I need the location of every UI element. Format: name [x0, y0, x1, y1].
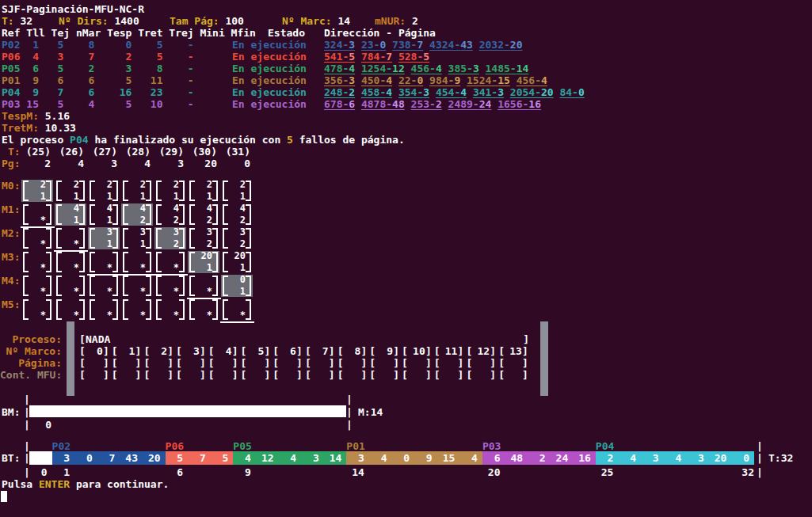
frame-counter: 1 — [107, 191, 112, 202]
address-page-ref: 341-3 — [473, 86, 504, 98]
mfu-cell-value: 13 — [509, 345, 522, 357]
address-page-number: 16 — [528, 98, 541, 110]
table-headers: Ref Tll Tej nMar Tesp Tret Trej Mini Mfi… — [2, 27, 256, 39]
bracket: [ — [305, 369, 311, 381]
address-value: 324- — [324, 39, 349, 51]
bracket: ] — [329, 357, 335, 369]
frame-counter: * — [173, 262, 179, 273]
bt-unit — [29, 451, 52, 465]
bracket: ] — [425, 357, 432, 369]
bracket: [ — [208, 357, 215, 369]
bracket: [ — [273, 369, 279, 381]
mfu-cell-value: 1 — [129, 345, 135, 357]
process-address-list: 541-5 784-7 528-5 — [324, 51, 429, 63]
bt-unit: 9 — [414, 451, 437, 465]
trace-time-cell: (25) — [21, 146, 55, 158]
bracket: [ — [369, 345, 376, 357]
address-value: 450- — [361, 74, 386, 86]
frame-cell: 41 — [55, 203, 86, 226]
bm-pipe: | — [346, 393, 353, 405]
bt-tick: 14 — [346, 466, 369, 478]
address-page-number: 0 — [578, 86, 585, 98]
address-value: 1485- — [486, 63, 517, 74]
address-page-number: 0 — [379, 39, 386, 51]
bt-segment-label: P05 — [233, 440, 251, 452]
frame-row: 21212121212121 — [21, 180, 254, 202]
bt-pipe: | — [757, 452, 763, 464]
bt-unit: 0 — [731, 451, 754, 465]
frame-counter: 1 — [74, 191, 79, 202]
frame-counter: 2 — [173, 215, 179, 226]
bracket: [ — [273, 357, 279, 369]
process-address-list: 248-2 458-4 354-3 454-4 341-3 2054-20 84… — [324, 86, 585, 98]
frame-cell: 42 — [121, 203, 153, 226]
bracket: [ — [143, 345, 150, 357]
mfu-proceso-value: NADA — [86, 333, 110, 345]
bt-unit: 2 — [596, 451, 619, 465]
bracket: ] — [425, 369, 432, 381]
address-page-number: 7 — [417, 39, 423, 51]
mfu-marco-row: [0][1][2][3][4][5][6][7][8][9][10][11][1… — [79, 345, 531, 357]
mfu-cell: [1] — [112, 345, 144, 357]
terminal-screen[interactable]: SJF-Paginación-MFU-NC-R T: 32Nº Dirs: 14… — [0, 0, 812, 517]
message-middle: ha finalizado su ejecución con — [89, 134, 287, 146]
bt-segment-p01: 3409154 — [346, 451, 482, 465]
bt-unit: 16 — [573, 451, 596, 465]
address-page-ref: 458-4 — [361, 86, 392, 98]
frame-counter: * — [74, 262, 79, 273]
process-status: En ejecución — [232, 51, 307, 63]
bt-segment-p04: 24343200 — [596, 451, 754, 465]
bracket: ] — [458, 345, 464, 357]
frame-counter: * — [107, 262, 112, 273]
trace-time-cell: (28) — [121, 146, 154, 158]
mfu-cell: [] — [434, 357, 467, 369]
address-value: 1524- — [467, 74, 497, 86]
bracket: ] — [490, 369, 496, 381]
frame-counter: 1 — [240, 262, 246, 273]
frame-cell: 21 — [88, 180, 120, 202]
footer-prompt: Pulsa ENTER para continuar. — [2, 478, 169, 490]
mfu-pagina-row: [][][][][][][][][][][][][][] — [79, 357, 531, 369]
bt-unit: 0 — [392, 451, 415, 465]
mfu-cell-value: 2 — [161, 345, 167, 357]
address-page-ref: 528-5 — [398, 51, 429, 63]
bracket: [ — [143, 369, 150, 381]
frame-page: 4 — [140, 203, 146, 214]
bracket: [ — [466, 357, 472, 369]
mfu-cell-value: 12 — [477, 345, 490, 357]
bracket: [ — [176, 345, 182, 357]
bt-segment-label: P01 — [346, 440, 364, 452]
bm-frame-count: M:14 — [358, 406, 383, 418]
bracket: [ — [402, 357, 408, 369]
bt-segment-p05: 4124314 — [233, 451, 346, 465]
bt-unit: 3 — [301, 451, 324, 465]
bracket: ] — [458, 369, 464, 381]
address-value: 385- — [448, 63, 473, 74]
stat-label: mNUR: — [375, 15, 406, 27]
address-page-number: 3 — [473, 63, 479, 74]
bt-unit: 2 — [528, 451, 551, 465]
address-page-number: 5 — [349, 51, 355, 63]
address-page-number: 4 — [349, 63, 355, 74]
address-value: 454- — [436, 86, 460, 98]
trace-time-cell: (30) — [188, 146, 221, 158]
frame-row: ******01 — [21, 275, 254, 297]
frame-counter: * — [207, 310, 212, 321]
bm-label: BM: — [2, 406, 20, 418]
tespm-label: TespM: — [2, 110, 39, 122]
mfu-cell: [2] — [143, 345, 176, 357]
address-page-number: 14 — [517, 63, 529, 74]
address-page-ref: 4324-43 — [429, 39, 473, 51]
bracket: ] — [200, 369, 206, 381]
bt-total-time: T:32 — [768, 452, 793, 464]
address-page-number: 43 — [460, 39, 473, 51]
address-value: 456- — [517, 74, 541, 86]
mfu-cell: [] — [273, 369, 305, 381]
bracket: [ — [466, 345, 472, 357]
frame-cell: * — [121, 275, 153, 297]
address-page-ref: 738-7 — [392, 39, 423, 51]
mfu-cell: [] — [305, 369, 337, 381]
frame-cell: 31 — [88, 227, 120, 249]
bracket: ] — [167, 345, 173, 357]
bracket: ] — [200, 357, 206, 369]
